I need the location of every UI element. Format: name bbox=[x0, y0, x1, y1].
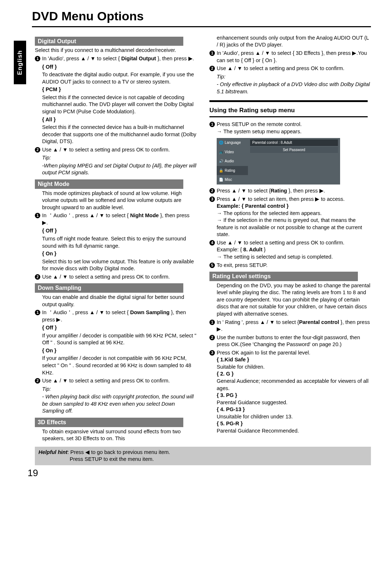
step-text: Use ▲ / ▼ to select a setting and press … bbox=[42, 273, 196, 281]
tip-label: Tip: bbox=[42, 386, 196, 393]
doc-icon: 📄 bbox=[219, 177, 223, 182]
right-column: enhancement sounds only output from the … bbox=[209, 34, 371, 443]
step-text: Press SETUP on the remote control. The s… bbox=[217, 121, 371, 135]
text: enhancement sounds only output from the … bbox=[217, 35, 371, 49]
tip-label: Tip: bbox=[42, 154, 196, 162]
step-text: In ＇Audio＇, press ▲ / ▼ to select { Down… bbox=[42, 309, 196, 323]
step-text: In 'Audio', press ▲ / ▼ to select { 3D E… bbox=[217, 50, 371, 64]
tip-text: -When playing MPEG and set Digital Outpu… bbox=[42, 162, 196, 177]
heading-rating-setup: Using the Rating setup menu bbox=[209, 106, 371, 115]
tip-label: Tip: bbox=[217, 73, 371, 81]
heading-digital-output: Digital Output bbox=[35, 37, 183, 46]
text: To obtain expansive virtual surround sou… bbox=[42, 428, 196, 442]
page-number: 19 bbox=[28, 467, 371, 479]
step-text: Use ▲ / ▼ to select a setting and press … bbox=[42, 146, 196, 154]
text: This mode optimizes playback of sound at… bbox=[42, 190, 196, 211]
step-text: Press ▲ / ▼ to select an item, then pres… bbox=[217, 196, 371, 238]
text: You can enable and disable the digital s… bbox=[42, 294, 196, 308]
heading-night-mode: Night Mode bbox=[35, 179, 183, 189]
step-text: Use ▲ / ▼ to select a setting and press … bbox=[217, 239, 371, 261]
heading-rating-level: Rating Level settings bbox=[209, 272, 358, 281]
heading-down-sampling: Down Sampling bbox=[35, 283, 183, 293]
step-text: In ' Rating ', press ▲ / ▼ to select {Pa… bbox=[217, 319, 371, 333]
language-tab: English bbox=[14, 41, 26, 84]
text: Select this if the connected device has … bbox=[42, 124, 196, 145]
step-text: Press OK again to list the parental leve… bbox=[217, 349, 371, 435]
osd-screenshot: 🌐Language 📺Video 🔊Audio 🔒Rating 📄Misc Pa… bbox=[217, 138, 340, 184]
text: If your amplifier / decoder is not compa… bbox=[42, 355, 196, 376]
text: If your amplifier / decoder is compatibl… bbox=[42, 332, 196, 346]
lock-icon: 🔒 bbox=[219, 168, 223, 173]
text: Select this to set low volume output. Th… bbox=[42, 258, 196, 272]
text: Turns off night mode feature. Select thi… bbox=[42, 235, 196, 250]
step-text: In 'Audio', press ▲ / ▼ to select { Digi… bbox=[42, 55, 196, 62]
tip-text: - Only effective in playback of a DVD Vi… bbox=[217, 81, 371, 95]
page-title: DVD Menu Options bbox=[32, 8, 371, 27]
text: Select this if you connect to a multicha… bbox=[35, 47, 196, 54]
text: Select this if the connected device is n… bbox=[42, 94, 196, 115]
step-text: Use the number buttons to enter the four… bbox=[217, 334, 371, 348]
step-text: Press ▲ / ▼ to select {Rating }, then pr… bbox=[217, 187, 371, 195]
text: Depending on the DVD, you may be asked t… bbox=[217, 282, 371, 318]
text: To deactivate the digital audio output. … bbox=[42, 71, 196, 85]
step-text: To exit, press SETUP. bbox=[217, 262, 371, 269]
left-column: Digital Output Select this if you connec… bbox=[35, 34, 196, 443]
helpful-hint: Helpful hint: Press ◀ to go back to prev… bbox=[35, 447, 371, 465]
speaker-icon: 🔊 bbox=[219, 159, 223, 164]
globe-icon: 🌐 bbox=[219, 140, 223, 145]
step-text: Use ▲ / ▼ to select a setting and press … bbox=[42, 377, 196, 385]
divider bbox=[209, 116, 368, 117]
step-text: In ＇Audio＇, press ▲ / ▼ to select { Nigh… bbox=[42, 212, 196, 226]
step-text: Use ▲ / ▼ to select a setting and press … bbox=[217, 65, 371, 72]
heading-3d-effects: 3D Effects bbox=[35, 418, 183, 427]
tip-text: - When playing back disc with copyright … bbox=[42, 393, 196, 415]
osd-row: Parental control : 8.Adult bbox=[250, 139, 338, 146]
divider bbox=[209, 100, 368, 102]
osd-row: Set Password bbox=[250, 147, 338, 153]
tv-icon: 📺 bbox=[219, 150, 223, 155]
